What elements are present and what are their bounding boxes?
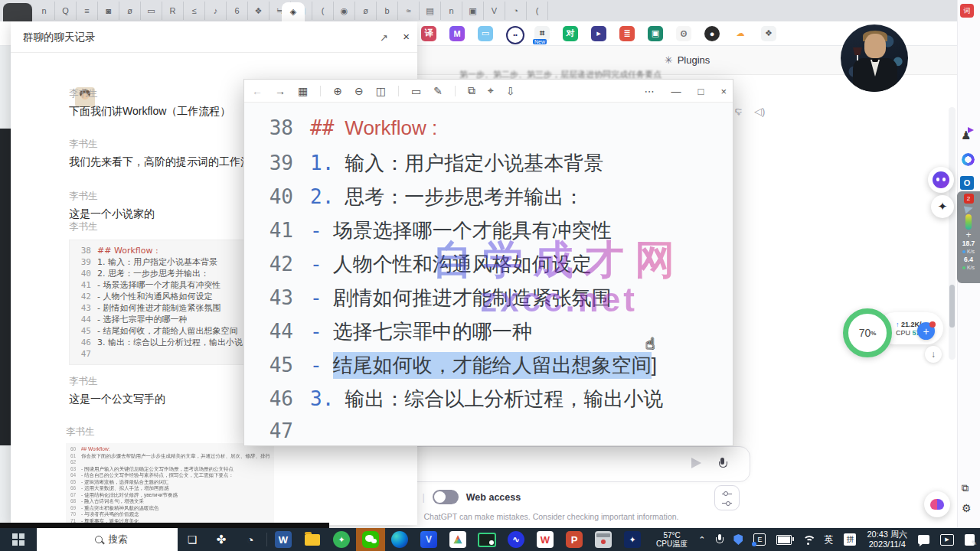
media-popup-icon[interactable]: ▶ — [935, 528, 959, 551]
powerpoint-app-button[interactable]: P — [560, 528, 589, 551]
edit-icon[interactable]: ✎ — [433, 85, 443, 97]
wps-app-button[interactable]: W — [531, 528, 560, 551]
browser-tab[interactable]: ≈ — [398, 2, 420, 20]
tray-e-app-icon[interactable]: E — [748, 528, 771, 551]
send-icon[interactable] — [691, 458, 701, 468]
brain-extension-button[interactable] — [924, 491, 950, 517]
tray-mic-icon[interactable] — [710, 528, 728, 551]
browser-tab[interactable]: ▤ — [420, 2, 441, 20]
task-view-button[interactable]: ❏ — [178, 528, 207, 551]
sender-name[interactable]: 李书生 — [69, 88, 98, 99]
bookmark-favicon[interactable]: ☁ — [733, 26, 748, 41]
page-scrollbar-thumb[interactable] — [949, 285, 955, 328]
grid-view-icon[interactable]: ▦ — [298, 85, 308, 97]
sender-name[interactable]: 李书生 — [69, 376, 98, 386]
battery-icon[interactable] — [771, 528, 797, 551]
browser-tab[interactable]: b — [377, 2, 398, 20]
assistant-robot-button[interactable] — [928, 167, 954, 193]
browser-tab[interactable]: ø — [355, 2, 377, 20]
close-icon[interactable]: × — [720, 86, 727, 97]
cortana-app-button[interactable]: ◔ — [236, 528, 265, 551]
cpu-usage-ring[interactable]: 70% — [843, 308, 892, 357]
bookmark-favicon[interactable]: M — [449, 26, 465, 41]
stars-app-button[interactable]: ✦ — [618, 528, 647, 551]
forward-icon[interactable]: ↗ — [380, 32, 388, 44]
baidu-pan-app-button[interactable]: ∿ — [501, 528, 531, 551]
bookmark-favicon[interactable]: ▭ — [478, 26, 493, 41]
bookmark-favicon[interactable]: ≣ — [619, 26, 635, 41]
ocr-icon[interactable]: ⌖ — [488, 84, 494, 97]
sidebar-dict-icon[interactable]: 词 — [960, 4, 974, 18]
wifi-icon[interactable] — [797, 528, 818, 551]
bookmark-favicon[interactable]: ❖ — [761, 26, 776, 41]
browser-tab[interactable]: ( — [312, 2, 334, 20]
add-widget-button[interactable]: + — [917, 322, 935, 340]
outlook-icon[interactable]: O — [960, 176, 974, 190]
word-app-button[interactable]: W — [269, 528, 298, 551]
bookmark-favicon[interactable]: •• — [506, 26, 521, 41]
bookmark-favicon[interactable]: 译 — [421, 26, 436, 41]
browser-tab[interactable]: ▣ — [462, 2, 484, 20]
input-language[interactable]: 英 — [818, 528, 838, 551]
network-monitor-panel[interactable]: 2 + 18.7 K/s 6.4 K/s — [957, 191, 980, 283]
web-access-toggle[interactable] — [433, 490, 459, 504]
browser-tab[interactable]: ≤ — [184, 2, 205, 20]
browser-tab[interactable]: R — [162, 2, 184, 20]
browser-tab[interactable]: ◙ — [98, 2, 119, 20]
cpu-temp-readout[interactable]: 57°CCPU温度 — [651, 528, 693, 551]
speaker-icon[interactable]: ◁) — [754, 106, 765, 117]
copy-icon[interactable]: ⧉ — [468, 84, 475, 97]
notes-icon[interactable] — [959, 528, 980, 551]
minimize-icon[interactable]: — — [671, 86, 681, 97]
tray-expand-chevron[interactable]: ⌃ — [693, 528, 710, 551]
bookmark-favicon[interactable]: ● — [704, 26, 720, 41]
browser-tab[interactable]: ( — [527, 2, 548, 20]
tune-settings-button[interactable] — [714, 485, 740, 510]
browser-tab[interactable]: ≡ — [77, 2, 98, 20]
fit-window-icon[interactable]: ◫ — [376, 85, 386, 97]
external-link-icon[interactable]: ⧉ — [962, 482, 969, 494]
browser-tab[interactable]: ◔ — [505, 2, 527, 20]
more-icon[interactable]: ⋯ — [645, 86, 655, 97]
bookmark-favicon[interactable]: ⌗ New — [534, 26, 550, 41]
browser-tab[interactable]: n — [441, 2, 462, 20]
copilot-swirl-icon[interactable] — [962, 153, 975, 166]
browser-tab[interactable]: ▭ — [141, 2, 162, 20]
bookmark-favicon[interactable]: ʘ — [676, 26, 691, 41]
tray-shield-icon[interactable] — [728, 528, 748, 551]
edge-app-button[interactable] — [385, 528, 414, 551]
sender-name[interactable]: 李书生 — [66, 426, 95, 437]
close-icon[interactable]: × — [403, 30, 410, 43]
sender-name[interactable]: 李书生 — [69, 191, 98, 201]
browser-tab[interactable]: ◉ — [334, 2, 355, 20]
browser-tab[interactable] — [3, 3, 32, 21]
knot-app-button[interactable] — [443, 528, 472, 551]
start-button[interactable] — [0, 528, 37, 551]
collapse-button[interactable]: ↓ — [925, 346, 942, 363]
browser-tab[interactable]: 6 — [227, 2, 248, 20]
browser-tab-active[interactable]: ◈ — [282, 2, 305, 21]
sender-name[interactable]: 李书生 — [69, 221, 98, 232]
taskbar-search[interactable]: 搜索 — [37, 528, 178, 551]
ime-mode-icon[interactable]: 拼 — [838, 528, 861, 551]
settings-gear-icon[interactable]: ⚙ — [962, 502, 972, 514]
browser-tab[interactable]: ❖ — [248, 2, 270, 20]
explorer-app-button[interactable] — [298, 528, 327, 551]
zoom-out-icon[interactable]: ⊖ — [354, 85, 364, 97]
browser-tab[interactable]: ♪ — [205, 2, 227, 20]
bookmark-favicon[interactable]: ▣ — [648, 26, 663, 41]
bookmark-favicon[interactable]: 对 — [563, 26, 578, 41]
wechat-app-button[interactable] — [356, 528, 385, 551]
sender-name[interactable]: 李书生 — [69, 139, 98, 149]
save-icon[interactable]: ⇩ — [506, 85, 515, 97]
zoom-in-icon[interactable]: ⊕ — [333, 85, 342, 97]
scanner-app-button[interactable] — [589, 528, 618, 551]
thumbs-down-icon[interactable]: 🖓 — [733, 106, 743, 117]
voice-input-icon[interactable] — [718, 458, 727, 470]
browser-tab[interactable]: Q — [55, 2, 77, 20]
crop-icon[interactable]: ▭ — [411, 85, 421, 97]
browser-tab[interactable]: ø — [119, 2, 141, 20]
pinwheel-app-button[interactable]: ✤ — [207, 528, 236, 551]
chess-pawn-icon[interactable]: ♟ — [961, 129, 971, 142]
blue-app-button[interactable]: V — [414, 528, 443, 551]
